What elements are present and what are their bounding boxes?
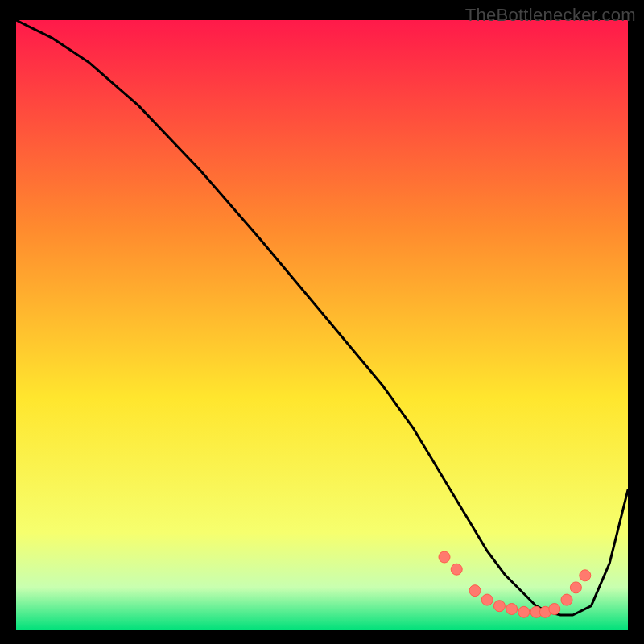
marker-dot xyxy=(570,582,581,593)
marker-dot xyxy=(518,606,530,617)
marker-dot xyxy=(451,564,462,575)
marker-dot xyxy=(506,604,518,615)
marker-dot xyxy=(469,585,481,597)
marker-dot xyxy=(439,551,450,563)
marker-dot xyxy=(580,570,591,581)
gradient-background xyxy=(16,20,628,630)
marker-dot xyxy=(561,594,572,605)
marker-dot xyxy=(549,604,560,615)
bottleneck-chart xyxy=(0,0,644,644)
marker-dot xyxy=(493,601,505,612)
marker-dot xyxy=(481,594,493,605)
attribution-text: TheBottlenecker.com xyxy=(465,5,636,26)
chart-stage: TheBottlenecker.com xyxy=(0,0,644,644)
